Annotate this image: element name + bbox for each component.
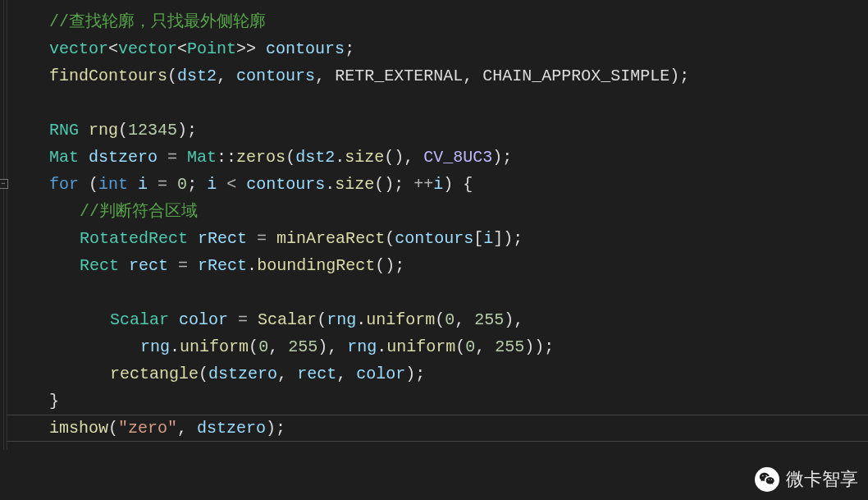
code-line[interactable]: //查找轮廓，只找最外侧轮廓 [10, 8, 868, 35]
code-line[interactable]: RotatedRect rRect = minAreaRect(contours… [10, 225, 868, 252]
code-line[interactable]: RNG rng(12345); [10, 117, 868, 144]
comment: //判断符合区域 [80, 202, 198, 221]
code-line[interactable]: vector<vector<Point>> contours; [10, 35, 868, 62]
code-line[interactable]: for (int i = 0; i < contours.size(); ++i… [10, 171, 868, 198]
code-line[interactable]: Mat dstzero = Mat::zeros(dst2.size(), CV… [10, 144, 868, 171]
code-line[interactable]: Rect rect = rRect.boundingRect(); [10, 252, 868, 279]
code-line[interactable] [10, 89, 868, 117]
wechat-icon [755, 467, 779, 492]
fold-marker[interactable]: − [0, 179, 8, 189]
code-line[interactable]: rectangle(dstzero, rect, color); [10, 360, 868, 388]
code-line[interactable]: Scalar color = Scalar(rng.uniform(0, 255… [10, 306, 868, 333]
code-line[interactable]: //判断符合区域 [10, 198, 868, 225]
watermark-text: 微卡智享 [786, 467, 858, 492]
watermark: 微卡智享 [755, 467, 858, 492]
code-line[interactable] [10, 279, 868, 306]
code-line[interactable]: imshow("zero", dstzero); [10, 415, 868, 442]
code-line[interactable]: } [10, 388, 868, 415]
comment: //查找轮廓，只找最外侧轮廓 [49, 12, 266, 31]
code-line[interactable]: findContours(dst2, contours, RETR_EXTERN… [10, 62, 868, 89]
code-editor[interactable]: − //查找轮廓，只找最外侧轮廓 vector<vector<Point>> c… [0, 0, 868, 450]
code-line[interactable]: rng.uniform(0, 255), rng.uniform(0, 255)… [10, 333, 868, 360]
